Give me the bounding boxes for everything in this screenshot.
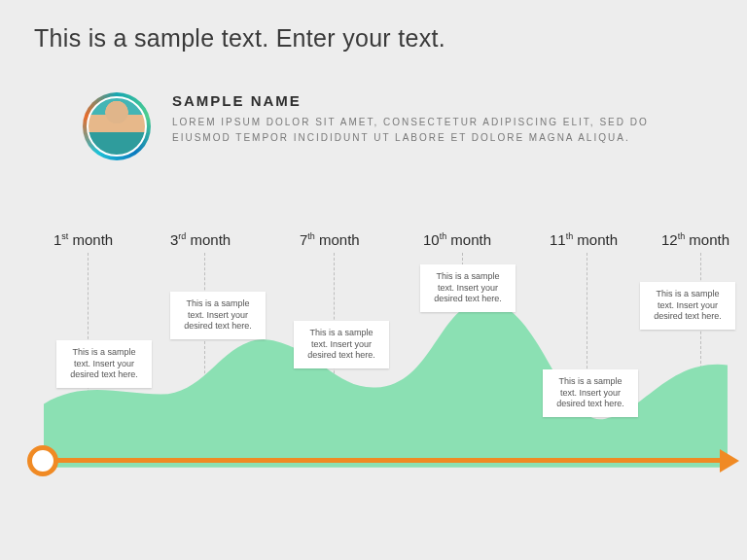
arrow-right-icon <box>720 449 739 472</box>
month-label-11: 11th month <box>550 231 618 248</box>
timeline-box-12: This is a sample text. Insert your desir… <box>640 282 735 330</box>
month-word: month <box>186 231 231 248</box>
month-label-7: 7th month <box>300 231 360 248</box>
timeline-box-1: This is a sample text. Insert your desir… <box>56 340 152 388</box>
slide-title: This is a sample text. Enter your text. <box>34 24 445 52</box>
month-word: month <box>315 231 360 248</box>
avatar <box>87 96 147 157</box>
month-suf: th <box>307 231 315 241</box>
profile-desc: LOREM IPSUM DOLOR SIT AMET, CONSECTETUR … <box>172 115 678 145</box>
timeline-box-7: This is a sample text. Insert your desir… <box>294 321 389 368</box>
profile-name: SAMPLE NAME <box>172 92 678 109</box>
timeline-box-11: This is a sample text. Insert your desir… <box>543 369 638 417</box>
month-word: month <box>446 231 491 248</box>
month-label-1: 1st month <box>53 231 113 248</box>
month-ord: 10 <box>423 231 440 248</box>
month-label-10: 10th month <box>423 231 491 248</box>
avatar-ring <box>83 92 151 160</box>
month-label-12: 12th month <box>661 231 729 248</box>
timeline-box-10: This is a sample text. Insert your desir… <box>420 264 516 312</box>
timeline-axis <box>39 458 728 463</box>
month-label-3: 3rd month <box>170 231 231 248</box>
profile-text: SAMPLE NAME LOREM IPSUM DOLOR SIT AMET, … <box>172 92 678 145</box>
month-ord: 11 <box>550 231 566 248</box>
timeline-area: 1st month 3rd month 7th month 10th month… <box>0 224 747 496</box>
profile-block: SAMPLE NAME LOREM IPSUM DOLOR SIT AMET, … <box>83 92 678 160</box>
month-ord: 12 <box>661 231 678 248</box>
month-word: month <box>68 231 113 248</box>
month-word: month <box>685 231 729 248</box>
timeline-box-3: This is a sample text. Insert your desir… <box>170 292 266 339</box>
timeline-start-marker <box>27 445 58 476</box>
month-word: month <box>573 231 618 248</box>
